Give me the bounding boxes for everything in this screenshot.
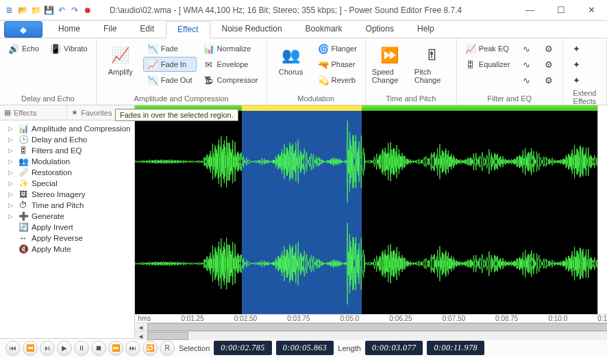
chevron-icon: ▷ — [8, 147, 15, 154]
filter-6-button[interactable]: ⚙ — [539, 73, 558, 88]
compressor-button[interactable]: 🗜Compressor — [199, 73, 262, 88]
tab-file[interactable]: File — [92, 21, 128, 38]
ext-2-button[interactable]: ✦ — [567, 57, 586, 72]
zoom-thumb[interactable] — [147, 332, 188, 340]
tree-item-filters-and-eq[interactable]: ▷🎛Filters and EQ — [1, 145, 133, 156]
normalize-button[interactable]: 📊Normalize — [199, 41, 262, 56]
db-mark: -7 — [598, 137, 607, 144]
time-ruler[interactable]: hms0:01.250:02.500:03.750:05.00:06.250:0… — [135, 314, 607, 322]
phaser-button[interactable]: 🔫Phaser — [314, 57, 361, 72]
transport-button-9[interactable]: R — [160, 341, 175, 356]
filter-1-button[interactable]: ∿ — [517, 41, 536, 56]
transport-button-7[interactable]: ⏭ — [125, 341, 140, 356]
db-mark: -2 — [598, 222, 607, 230]
tree-item-label: Special — [32, 179, 58, 187]
tab-help[interactable]: Help — [406, 21, 446, 38]
qa-new-icon[interactable]: 🗎 — [4, 5, 15, 16]
tree-item-icon: ↔ — [18, 233, 29, 243]
tab-noise-reduction[interactable]: Noise Reduction — [210, 21, 294, 38]
tree-item-delay-and-echo[interactable]: ▷🕒Delay and Echo — [1, 134, 133, 145]
db-mark: -4 — [598, 230, 607, 237]
qa-open2-icon[interactable]: 📁 — [30, 5, 41, 16]
filter-2-button[interactable]: ∿ — [517, 57, 536, 72]
tree-item-apply-invert[interactable]: 🔄Apply Invert — [1, 222, 133, 233]
db-mark: -16 — [598, 252, 607, 260]
transport-controls: ⏮⏪⏯▶⏸⏹⏩⏭🔁R — [5, 341, 175, 356]
qa-record-icon[interactable]: ⏺ — [82, 5, 93, 16]
tree-item-modulation[interactable]: ▷👥Modulation — [1, 156, 133, 167]
tree-item-time-and-pitch[interactable]: ▷⏱Time and Pitch — [1, 200, 133, 211]
tree-item-special[interactable]: ▷✨Special — [1, 178, 133, 189]
tree-item-stereo-imagery[interactable]: ▷🖼Stereo Imagery — [1, 189, 133, 200]
fade-out-button[interactable]: 📉Fade Out — [143, 73, 197, 88]
tree-item-amplitude-and-compression[interactable]: ▷📊Amplitude and Compression — [1, 123, 133, 134]
vibrato-button[interactable]: 📳Vibrato — [46, 41, 92, 56]
reverb-button[interactable]: 💫Reverb — [314, 73, 361, 88]
qa-undo-icon[interactable]: ↶ — [56, 5, 67, 16]
tab-edit[interactable]: Edit — [128, 21, 166, 38]
transport-button-5[interactable]: ⏹ — [91, 341, 106, 356]
transport-button-2[interactable]: ⏯ — [40, 341, 55, 356]
echo-button[interactable]: 🔊Echo — [4, 41, 43, 56]
ribbon-tabs: ◆ HomeFileEditEffectNoise ReductionBookm… — [0, 21, 607, 38]
tab-bookmark[interactable]: Bookmark — [294, 21, 354, 38]
ruler-mark: 0:06.25 — [389, 315, 412, 322]
scroll-left-button[interactable]: ◄ — [135, 324, 146, 331]
transport-button-8[interactable]: 🔁 — [143, 341, 158, 356]
scroll-thumb[interactable] — [147, 323, 607, 331]
ruler-mark: 0:05.0 — [340, 315, 360, 322]
filter-5-button[interactable]: ⚙ — [539, 57, 558, 72]
maximize-button[interactable]: ☐ — [545, 1, 576, 20]
fade-in-button[interactable]: 📈Fade In — [143, 57, 197, 72]
tree-item-label: Apply Mute — [32, 245, 71, 253]
filter-4-button[interactable]: ⚙ — [539, 41, 558, 56]
pitch-change-button[interactable]: 🎚Pitch Change — [412, 41, 452, 88]
minimize-button[interactable]: — — [515, 1, 545, 20]
filter-3-button[interactable]: ∿ — [517, 73, 536, 88]
close-button[interactable]: ✕ — [576, 1, 607, 20]
ext-3-button[interactable]: ✦ — [567, 73, 586, 88]
tab-options[interactable]: Options — [354, 21, 406, 38]
ext-1-button[interactable]: ✦ — [567, 41, 586, 56]
qa-save-icon[interactable]: 💾 — [43, 5, 54, 16]
ruler-unit: hms — [138, 315, 151, 322]
peak-eq-button[interactable]: 📈Peak EQ — [461, 41, 515, 56]
transport-button-3[interactable]: ▶ — [57, 341, 72, 356]
tooltip: Fades in over the selected region. — [115, 109, 238, 121]
zoom-scrollbar[interactable]: ◄ ► — [135, 331, 607, 340]
amplify-button[interactable]: 📈Amplify — [101, 41, 140, 79]
transport-button-1[interactable]: ⏪ — [23, 341, 38, 356]
tab-home[interactable]: Home — [47, 21, 92, 38]
fade-button[interactable]: 📉Fade — [143, 41, 197, 56]
chorus-button[interactable]: 👥Chorus — [271, 41, 311, 79]
h-scrollbar[interactable]: ◄ ► — [135, 322, 607, 331]
equalizer-button[interactable]: 🎛Equalizer — [461, 57, 515, 72]
db-mark: -1 — [598, 114, 607, 122]
zoom-out-button[interactable]: ◄ — [135, 333, 146, 340]
tree-item-apply-reverse[interactable]: ↔Apply Reverse — [1, 233, 133, 244]
filter-5-button-icon: ⚙ — [543, 59, 554, 70]
tree-item-restoration[interactable]: ▷🩹Restoration — [1, 167, 133, 178]
quick-access-toolbar: 🗎 📂 📁 💾 ↶ ↷ ⏺ — [0, 5, 97, 16]
filter-2-button-icon: ∿ — [521, 59, 532, 70]
tree-item-icon: ➕ — [18, 211, 29, 221]
tree-item-apply-mute[interactable]: 🔇Apply Mute — [1, 244, 133, 255]
tree-item-icon: 🕒 — [18, 135, 29, 144]
transport-button-4[interactable]: ⏸ — [74, 341, 89, 356]
flanger-button[interactable]: 🌀Flanger — [314, 41, 361, 56]
envelope-button[interactable]: ✉Envelope — [199, 57, 262, 72]
tree-item-icon: 🎛 — [18, 146, 29, 155]
qa-open-icon[interactable]: 📂 — [17, 5, 28, 16]
tree-item-icon: 🩹 — [18, 168, 29, 177]
waveform-canvas[interactable] — [135, 105, 597, 314]
qa-redo-icon[interactable]: ↷ — [69, 5, 80, 16]
transport-button-6[interactable]: ⏩ — [108, 341, 123, 356]
app-menu-button[interactable]: ◆ — [4, 21, 42, 38]
tree-item-generate[interactable]: ▷➕Generate — [1, 211, 133, 222]
transport-button-0[interactable]: ⏮ — [5, 341, 21, 356]
tab-effect[interactable]: Effect — [166, 21, 210, 38]
tree-item-icon: 🔇 — [18, 244, 29, 254]
ribbon-group-amplitude-and-compression: 📈Amplify📉Fade📈Fade In📉Fade Out📊Normalize… — [97, 38, 267, 105]
sidebar-tab-effects[interactable]: ▦ Effects — [0, 105, 67, 120]
speed-change-button[interactable]: ⏩Speed Change — [370, 41, 410, 88]
